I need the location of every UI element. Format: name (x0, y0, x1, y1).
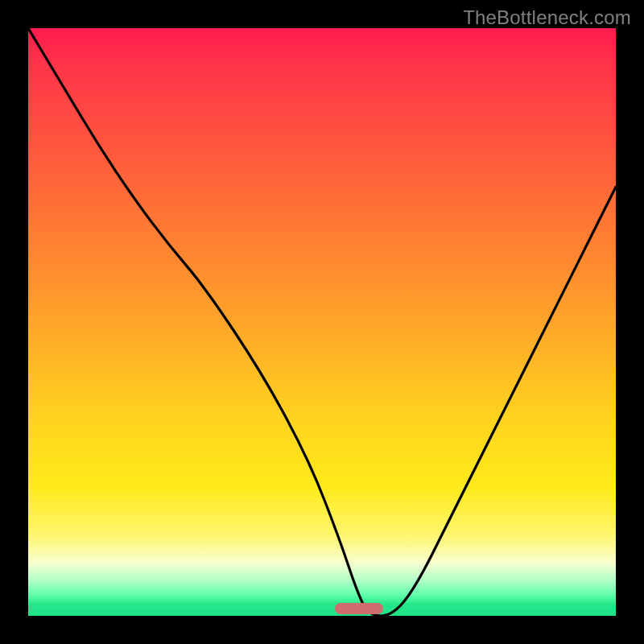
bottleneck-curve (28, 28, 616, 616)
optimal-range-marker (335, 603, 383, 614)
chart-frame: TheBottleneck.com (0, 0, 644, 644)
curve-path (28, 28, 616, 616)
watermark-text: TheBottleneck.com (463, 6, 631, 29)
